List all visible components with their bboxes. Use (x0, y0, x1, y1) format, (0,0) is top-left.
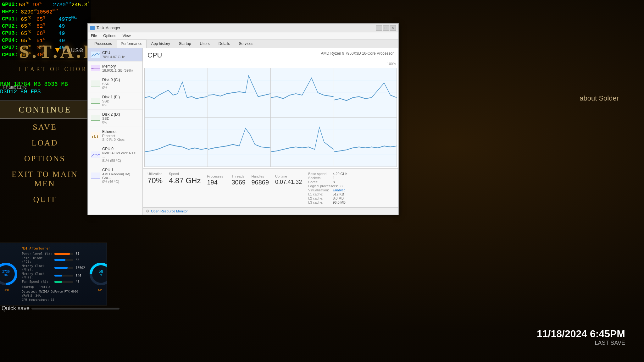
msi-afterburner-widget: 2730 MHz CPU MSI Afterburner Power level… (0, 243, 107, 305)
window-controls[interactable]: ─ □ ✕ (376, 25, 396, 31)
hud-gpu2-temp: 58°C (19, 1, 33, 8)
gpu1-sub2: 0% (46 °C) (102, 180, 139, 184)
sidebar-gpu0[interactable]: GPU 0 NVIDIA GeForce RTX ... 81% (58 °C) (88, 144, 142, 165)
quit-button[interactable]: QUIT (0, 192, 90, 207)
tab-performance[interactable]: Performance (117, 40, 147, 48)
gpu0-sub2: 81% (58 °C) (102, 159, 139, 162)
utilization-label: Utilization (147, 172, 163, 176)
hud-cpu3-clock: 49 (58, 30, 77, 37)
utilization-value: 70% (147, 176, 163, 185)
disk1-name: Disk 1 (E:) (102, 95, 120, 99)
disk2-mini-graph (91, 115, 100, 121)
sidebar-disk0[interactable]: Disk 0 (C:) SSD 0% (88, 75, 142, 92)
virtualization-key: Virtualization: (308, 188, 330, 192)
logical-proc-val: 8 (341, 184, 342, 188)
power-label: Power level (%): (22, 252, 53, 255)
uptime-value: 0:07:41:32 (275, 179, 302, 185)
minimize-button[interactable]: ─ (376, 25, 382, 31)
disk2-name: Disk 2 (D:) (102, 112, 120, 117)
sidebar-disk1[interactable]: Disk 1 (E:) SSD 0% (88, 92, 142, 110)
cpu-title: CPU (147, 51, 162, 59)
tab-processes[interactable]: Processes (90, 40, 116, 48)
tm-sidebar: CPU 70% 4.87 GHz Memory 18.9/31.1 GB (59… (88, 48, 143, 215)
task-manager-window: Task Manager ─ □ ✕ File Options View Pro… (87, 23, 399, 215)
hud-cpu3-temp: 65°C (21, 30, 36, 37)
processes-label: Processes (207, 174, 229, 178)
svg-text:2730: 2730 (2, 270, 10, 273)
hud-cpu2-temp: 65°C (21, 23, 36, 30)
title-icon (90, 26, 95, 30)
msi-stats: MSI Afterburner Power level (%): 81 Temp… (22, 247, 85, 301)
hud-cpu1-clock: 4975MHz (58, 16, 77, 23)
virtualization-val: Enabled (333, 188, 345, 192)
speed-group: Speed 4.87 GHz (169, 172, 201, 185)
uptime-label: Up time (275, 174, 287, 178)
hud-cpu1-temp: 65°C (21, 16, 36, 23)
hud-gpu2-clock: 2730MHz (53, 1, 71, 8)
hud-gpu2-power: 245.3° (71, 1, 89, 8)
base-speed-key: Base speed: (308, 172, 330, 176)
tab-app-history[interactable]: App history (147, 40, 174, 48)
gpu-vram-label: VRAM S: 34A (22, 294, 41, 297)
title-text: Task Manager (97, 26, 120, 30)
datetime-main: 11/18/2024 6:45PM (537, 328, 625, 340)
gpu-gauge-label: GPU (88, 288, 107, 292)
l2-cache-val: 8.0 MB (333, 196, 344, 200)
svg-rect-19 (91, 173, 100, 179)
disk0-name: Disk 0 (C:) (102, 78, 120, 82)
sidebar-gpu1[interactable]: GPU 1 AMD Radeon(TM) Gra... 0% (46 °C) (88, 165, 142, 186)
menubar: File Options View (88, 32, 398, 40)
cpu-graph-cell-7 (271, 118, 334, 167)
hud-mem2-val2: 10502MHz (36, 8, 58, 16)
startup-label: Startup (22, 285, 34, 288)
sidebar-disk2[interactable]: Disk 2 (D:) SSD 0% (88, 110, 142, 127)
svg-rect-11 (91, 98, 100, 104)
l2-cache-key: L2 cache: (308, 196, 330, 200)
quick-save-label: Quick save (2, 305, 30, 312)
close-button[interactable]: ✕ (390, 25, 396, 31)
mem-clock-label: Memory Clock (MHz): (22, 264, 53, 271)
tab-services[interactable]: Services (235, 40, 258, 48)
maximize-button[interactable]: □ (383, 25, 389, 31)
quick-save-area: Quick save (2, 305, 119, 312)
gpu1-mini-graph (91, 173, 100, 179)
tab-startup[interactable]: Startup (175, 40, 195, 48)
cpu-mini-graph (91, 52, 100, 58)
memory-sub: 18.9/31.1 GB (59%) (102, 69, 133, 72)
cpu-header: CPU AMD Ryzen 9 7950X3D 16-Core Processo… (143, 48, 398, 61)
tab-users[interactable]: Users (196, 40, 214, 48)
handles-value: 96869 (251, 179, 269, 186)
svg-rect-16 (95, 137, 96, 138)
percent-label: 100% (143, 61, 398, 66)
hud-mem2-label: MEM2: (2, 8, 21, 15)
menu-options[interactable]: Options (102, 33, 117, 39)
open-resource-monitor-link[interactable]: Open Resource Monitor (151, 209, 188, 213)
hud-cpu4-label: CPU4: (2, 37, 21, 44)
load-button[interactable]: LOAD (0, 135, 90, 151)
continue-button[interactable]: CONTINUE (0, 101, 90, 119)
tm-main-content: CPU AMD Ryzen 9 7950X3D 16-Core Processo… (143, 48, 398, 215)
utilization-group: Utilization 70% (147, 172, 163, 185)
save-button[interactable]: SAVE (0, 119, 90, 135)
exit-main-button[interactable]: EXIT TO MAIN MEN (0, 167, 90, 192)
menu-view[interactable]: View (121, 33, 132, 39)
sidebar-ethernet[interactable]: Ethernet Ethernet S: 0 R: 0 Kbps (88, 127, 142, 144)
tab-details[interactable]: Details (214, 40, 234, 48)
disk2-sub2: 0% (102, 120, 120, 124)
profile-label: Profile (39, 285, 51, 288)
fan-label: Fan Speed (%): (22, 280, 53, 283)
options-button[interactable]: OPTIONS (0, 151, 90, 167)
ethernet-sub: Ethernet (102, 134, 125, 138)
sidebar-cpu[interactable]: CPU 70% 4.87 GHz (88, 48, 142, 62)
cpu-gauge: 2730 MHz CPU (0, 261, 19, 287)
menu-file[interactable]: File (90, 33, 98, 39)
l3-cache-val: 96.0 MB (333, 200, 346, 204)
svg-rect-10 (91, 80, 100, 87)
sidebar-memory[interactable]: Memory 18.9/31.1 GB (59%) (88, 62, 142, 75)
ethernet-sidebar-text: Ethernet Ethernet S: 0 R: 0 Kbps (102, 129, 125, 141)
hud-mem2-val1: 8290MB (21, 8, 36, 16)
resource-monitor-icon: ⚙ (146, 209, 149, 213)
svg-text:58: 58 (98, 269, 103, 274)
gpu1-sidebar-text: GPU 1 AMD Radeon(TM) Gra... 0% (46 °C) (102, 168, 139, 184)
hud-cpu2-clock: 49 (58, 23, 77, 30)
